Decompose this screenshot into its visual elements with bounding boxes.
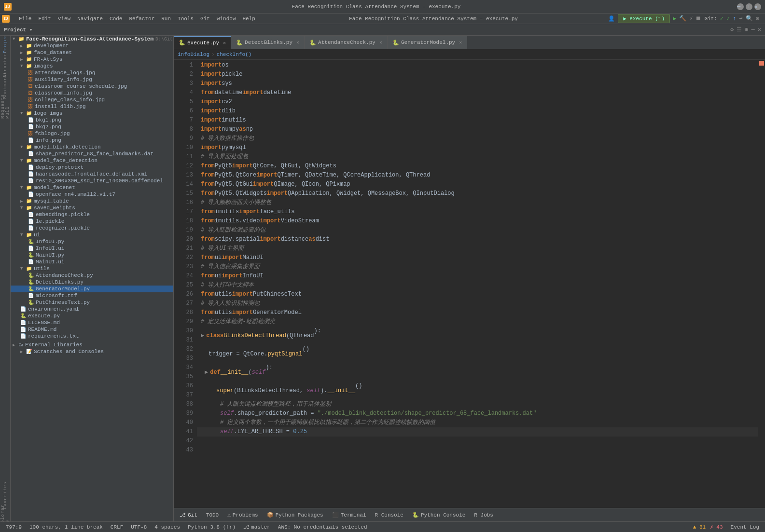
- close-panel-icon[interactable]: ✕: [758, 26, 761, 33]
- menu-file[interactable]: File: [15, 15, 35, 23]
- tree-item-external-libraries[interactable]: ▶ 🗂 External Libraries: [11, 341, 173, 348]
- expand-icon[interactable]: ⊞: [745, 26, 748, 33]
- tree-item-embeddings[interactable]: 📄 embeddings.pickle: [11, 211, 173, 218]
- tree-item-microsoft-ttf[interactable]: 📄 microsoft.ttf: [11, 292, 173, 299]
- tree-item-infoui-ui[interactable]: 📄 InfoUI.ui: [11, 245, 173, 252]
- tree-item-license[interactable]: 📄 LICENSE.md: [11, 319, 173, 326]
- tree-item-res10[interactable]: 📄 res10_300x300_ssd_iter_140000.caffemod…: [11, 177, 173, 184]
- status-branch[interactable]: ⎇ master: [241, 524, 272, 530]
- tree-item-mainui-ui[interactable]: 📄 MainUI.ui: [11, 259, 173, 265]
- coverage-btn[interactable]: ⚡: [689, 15, 693, 22]
- tree-item-deploy[interactable]: 📄 deploy.prototxt: [11, 164, 173, 171]
- tab-attendancecheck-close[interactable]: ✕: [379, 40, 382, 45]
- list-icon[interactable]: ☰: [737, 26, 742, 33]
- menu-git[interactable]: Git: [197, 15, 213, 23]
- tree-item-environment[interactable]: 📄 environment.yaml: [11, 306, 173, 313]
- tree-item-development[interactable]: ▶ 📁 development: [11, 42, 173, 49]
- menu-window[interactable]: Window: [213, 15, 239, 23]
- sidebar-icon-bookmarks[interactable]: Bookmarks: [0, 80, 10, 90]
- git-check2[interactable]: ✓: [726, 15, 730, 22]
- tree-item-attendance-logs[interactable]: 🖼 attendance_logs.jpg: [11, 69, 173, 76]
- profile-icon[interactable]: 👤: [608, 15, 615, 22]
- menu-view[interactable]: View: [55, 15, 74, 23]
- git-arrow-up[interactable]: ↑: [733, 15, 736, 22]
- sidebar-icon-structure[interactable]: Structure: [0, 59, 10, 68]
- bottom-tab-python-console[interactable]: 🐍 Python Console: [408, 511, 469, 519]
- tree-item-images[interactable]: ▼ 📁 images: [11, 63, 173, 69]
- bottom-tab-todo[interactable]: TODO: [202, 511, 223, 519]
- status-python[interactable]: Python 3.8 (fr): [186, 524, 237, 530]
- tree-item-classroom-course[interactable]: 🖼 classroom_course_schedule.jpg: [11, 83, 173, 90]
- sidebar-icon-favorites[interactable]: Favorites: [0, 491, 10, 500]
- menu-tools[interactable]: Tools: [174, 15, 197, 23]
- status-indent[interactable]: 4 spaces: [153, 524, 182, 530]
- status-aws[interactable]: AWS: No credentials selected: [276, 524, 369, 530]
- tree-item-install-dlib[interactable]: 🖼 install dlib.jpg: [11, 103, 173, 110]
- tree-item-bkg1[interactable]: 📄 bkg1.png: [11, 117, 173, 123]
- menu-run[interactable]: Run: [158, 15, 174, 23]
- menu-refactor[interactable]: Refactor: [125, 15, 158, 23]
- status-event-log[interactable]: Event Log: [729, 524, 761, 530]
- tree-item-execute-py[interactable]: 🐍 execute.py: [11, 313, 173, 319]
- tab-execute-close[interactable]: ✕: [223, 40, 226, 46]
- run-btn[interactable]: ▶: [673, 15, 676, 22]
- bottom-tab-git[interactable]: ⎇ Git: [176, 511, 201, 519]
- status-warnings[interactable]: ▲ 81 ✗ 43: [691, 524, 725, 530]
- bottom-tab-python-packages[interactable]: 📦 Python Packages: [263, 511, 327, 519]
- menu-edit[interactable]: Edit: [35, 15, 54, 23]
- tab-detectblinks[interactable]: 🐍 DetectBlinks.py ✕: [231, 36, 305, 49]
- git-check1[interactable]: ✓: [720, 15, 723, 22]
- tree-item-model-facenet[interactable]: ▼ 📁 model_facenet: [11, 184, 173, 191]
- tree-item-ui[interactable]: ▼ 📁 ui: [11, 232, 173, 238]
- tree-root[interactable]: ▼ 📁 Face-Recognition-Class-Attendance-Sy…: [11, 36, 173, 42]
- bottom-tab-problems[interactable]: ⚠ Problems: [223, 511, 262, 519]
- status-position[interactable]: 797:9: [4, 524, 24, 530]
- tree-item-infoui-py[interactable]: 🐍 InfoUI.py: [11, 238, 173, 245]
- tree-item-bkg2[interactable]: 📄 bkg2.png: [11, 123, 173, 130]
- tree-item-utils[interactable]: ▼ 📁 utils: [11, 265, 173, 272]
- run-config-btn[interactable]: ▶ execute (1): [618, 14, 670, 23]
- tree-item-classroom-info[interactable]: 🖼 classroom_info.jpg: [11, 90, 173, 96]
- sidebar-icon-pull-requests[interactable]: Pull Requests: [0, 101, 10, 111]
- sidebar-icon-aws[interactable]: AWS Explorer: [0, 512, 10, 521]
- tree-item-le-pickle[interactable]: 📄 le.pickle: [11, 218, 173, 225]
- tree-item-openface[interactable]: 📄 openface_nn4.small2.v1.t7: [11, 191, 173, 198]
- bottom-tab-terminal[interactable]: ⬛ Terminal: [328, 511, 370, 519]
- stop-btn[interactable]: ⏹: [695, 15, 701, 22]
- tree-item-college-class[interactable]: 🖼 college_class_info.jpg: [11, 96, 173, 103]
- status-encoding[interactable]: UTF-8: [129, 524, 149, 530]
- tree-item-auxiliary-info[interactable]: 🖼 auxiliary_info.jpg: [11, 76, 173, 83]
- tree-item-logo-imgs[interactable]: ▼ 📁 logo_imgs: [11, 110, 173, 117]
- code-content[interactable]: import os import pickle import sys from …: [197, 60, 758, 508]
- tree-item-requirements[interactable]: 📄 requirements.txt: [11, 333, 173, 340]
- tree-item-scratches[interactable]: ▶ 📝 Scratches and Consoles: [11, 348, 173, 355]
- maximize-btn[interactable]: □: [746, 3, 752, 10]
- tree-item-detectblinks[interactable]: 🐍 DetectBlinks.py: [11, 279, 173, 286]
- tab-detectblinks-close[interactable]: ✕: [296, 40, 299, 45]
- collapse-icon[interactable]: —: [751, 27, 755, 33]
- status-line-ending[interactable]: CRLF: [109, 524, 125, 530]
- tree-item-recognizer[interactable]: 📄 recognizer.pickle: [11, 225, 173, 232]
- tree-item-attendancecheck[interactable]: 🐍 AttendanceCheck.py: [11, 272, 173, 279]
- tree-item-mainui-py[interactable]: 🐍 MainUI.py: [11, 252, 173, 259]
- tree-item-putchinesetext[interactable]: 🐍 PutChineseText.py: [11, 299, 173, 306]
- tree-item-model-face[interactable]: ▼ 📁 model_face_detection: [11, 157, 173, 164]
- build-btn[interactable]: 🔨: [679, 15, 686, 22]
- undo-btn[interactable]: ↩: [739, 15, 743, 22]
- close-btn[interactable]: ✕: [754, 3, 761, 10]
- tab-execute[interactable]: 🐍 execute.py ✕: [174, 36, 231, 49]
- menu-navigate[interactable]: Navigate: [74, 15, 106, 23]
- bottom-tab-r-jobs[interactable]: R Jobs: [470, 511, 497, 519]
- menu-help[interactable]: Help: [239, 15, 259, 23]
- tree-item-readme[interactable]: 📄 README.md: [11, 326, 173, 333]
- menu-code[interactable]: Code: [106, 15, 125, 23]
- search-everywhere-btn[interactable]: 🔍: [746, 15, 753, 22]
- tree-item-saved-weights[interactable]: ▼ 📁 saved_weights: [11, 205, 173, 211]
- tree-item-haarcascade[interactable]: 📄 haarcascade_frontalface_default.xml: [11, 171, 173, 177]
- tree-item-generatormodel[interactable]: 🐍 GeneratorModel.py: [11, 286, 173, 292]
- minimize-btn[interactable]: ─: [737, 3, 744, 10]
- tree-item-mysql[interactable]: ▶ 📁 mysql_table: [11, 198, 173, 205]
- tree-item-info-png[interactable]: 📄 info.png: [11, 137, 173, 144]
- settings-btn[interactable]: ⚙: [756, 15, 759, 22]
- tree-item-fcblogo[interactable]: 🖼 fcblogo.jpg: [11, 130, 173, 137]
